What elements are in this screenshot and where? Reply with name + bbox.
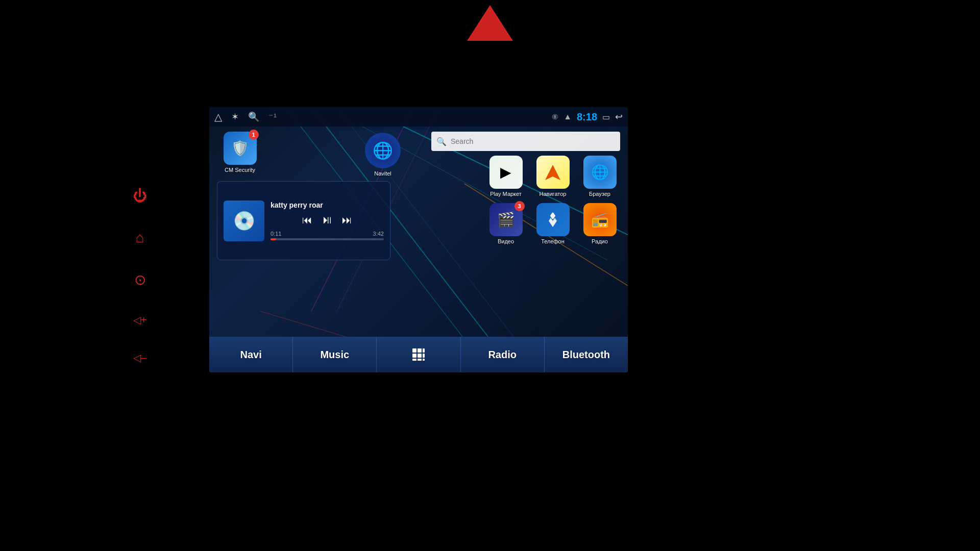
player-info: katty perry roar ⏮ ⏯ ⏭ 0:11 3:42 bbox=[271, 201, 384, 240]
status-bar-left: △ ✶ 🔍 ⁻¹ bbox=[214, 111, 552, 123]
play-market-label: Play Маркет bbox=[490, 191, 522, 197]
phone-icon-img bbox=[536, 203, 570, 236]
svg-rect-10 bbox=[412, 348, 416, 353]
browser-label: Браузер bbox=[589, 191, 610, 197]
play-market-icon-img: ▶ bbox=[489, 156, 523, 189]
bluetooth-status-icon: ⑧ bbox=[552, 113, 558, 121]
music-player: 💿 katty perry roar ⏮ ⏯ ⏭ 0:11 3:42 bbox=[217, 181, 390, 260]
left-hardware-controls: ⏻ ⌂ ⊙ ◁+ ◁– bbox=[133, 187, 147, 364]
total-time: 3:42 bbox=[373, 231, 384, 237]
apps-nav-button[interactable] bbox=[377, 337, 460, 372]
vol-up-button[interactable]: ◁+ bbox=[133, 314, 147, 326]
progress-bar-fill bbox=[271, 238, 276, 240]
progress-times: 0:11 3:42 bbox=[271, 231, 384, 237]
wifi-icon: ▲ bbox=[564, 112, 572, 121]
window-icon[interactable]: ▭ bbox=[602, 112, 610, 122]
video-badge: 3 bbox=[514, 201, 525, 211]
app-right-grid: ▶ Play Маркет Навигатор 🌐 Браузер bbox=[485, 156, 620, 244]
svg-rect-15 bbox=[423, 354, 425, 358]
prev-button[interactable]: ⏮ bbox=[302, 214, 312, 226]
video-label: Видео bbox=[498, 238, 514, 244]
svg-rect-16 bbox=[412, 359, 416, 361]
status-bar: △ ✶ 🔍 ⁻¹ ⑧ ▲ 8:18 ▭ ↩ bbox=[209, 107, 628, 127]
bottom-nav-bar: Navi Music Radio Bluetooth bbox=[209, 337, 628, 372]
song-title: katty perry roar bbox=[271, 201, 384, 209]
back-icon[interactable]: ↩ bbox=[615, 111, 623, 122]
navitel-label: Navitel bbox=[374, 170, 391, 177]
phone-label: Телефон bbox=[541, 238, 565, 244]
player-controls: ⏮ ⏯ ⏭ bbox=[271, 213, 384, 227]
svg-rect-17 bbox=[418, 359, 422, 361]
app-cm-security[interactable]: 🛡️ 1 CM Security bbox=[219, 132, 260, 173]
svg-rect-12 bbox=[423, 348, 425, 353]
svg-rect-13 bbox=[412, 354, 416, 358]
app-phone[interactable]: Телефон bbox=[532, 203, 573, 244]
clock-display: 8:18 bbox=[577, 111, 597, 123]
app-video[interactable]: 🎬 3 Видео bbox=[485, 203, 526, 244]
app-navigator[interactable]: Навигатор bbox=[532, 156, 573, 197]
brightness-icon[interactable]: ✶ bbox=[231, 111, 239, 122]
player-progress: 0:11 3:42 bbox=[271, 231, 384, 240]
cm-security-label: CM Security bbox=[225, 167, 255, 173]
search-input[interactable] bbox=[451, 137, 615, 145]
app-play-market[interactable]: ▶ Play Маркет bbox=[485, 156, 526, 197]
app-icon[interactable]: ⁻¹ bbox=[268, 111, 277, 122]
search-icon[interactable]: 🔍 bbox=[248, 111, 259, 122]
home-icon[interactable]: △ bbox=[214, 111, 222, 123]
app-browser[interactable]: 🌐 Браузер bbox=[579, 156, 620, 197]
app-navitel[interactable]: 🌐 Navitel bbox=[362, 133, 403, 177]
svg-rect-14 bbox=[418, 354, 422, 358]
search-bar[interactable]: 🔍 bbox=[431, 132, 620, 151]
video-icon-img: 🎬 3 bbox=[489, 203, 523, 236]
vol-down-button[interactable]: ◁– bbox=[133, 352, 146, 364]
progress-bar-container[interactable] bbox=[271, 238, 384, 240]
play-pause-button[interactable]: ⏯ bbox=[322, 213, 333, 227]
cm-security-icon-img: 🛡️ 1 bbox=[224, 132, 257, 165]
brand-button[interactable]: ⊙ bbox=[134, 271, 146, 288]
album-art: 💿 bbox=[224, 201, 264, 241]
cm-security-badge: 1 bbox=[249, 130, 259, 140]
main-screen: △ ✶ 🔍 ⁻¹ ⑧ ▲ 8:18 ▭ ↩ 🔍 🛡 bbox=[209, 107, 628, 372]
grid-icon bbox=[411, 347, 426, 362]
navi-nav-button[interactable]: Navi bbox=[209, 337, 293, 372]
navitel-icon-img: 🌐 bbox=[365, 133, 401, 168]
app-radio[interactable]: 📻 Радио bbox=[579, 203, 620, 244]
next-button[interactable]: ⏭ bbox=[342, 214, 352, 226]
search-bar-icon: 🔍 bbox=[436, 137, 447, 146]
browser-icon-img: 🌐 bbox=[583, 156, 617, 189]
bluetooth-nav-button[interactable]: Bluetooth bbox=[545, 337, 628, 372]
status-bar-right: ⑧ ▲ 8:18 ▭ ↩ bbox=[552, 111, 623, 123]
radio-label: Радио bbox=[592, 238, 608, 244]
navigator-icon-img bbox=[536, 156, 570, 189]
svg-rect-18 bbox=[423, 359, 425, 361]
radio-icon-img: 📻 bbox=[583, 203, 617, 236]
top-triangle-indicator bbox=[467, 5, 513, 41]
radio-nav-button[interactable]: Radio bbox=[461, 337, 545, 372]
svg-marker-9 bbox=[545, 165, 560, 180]
outer-frame: ⏻ ⌂ ⊙ ◁+ ◁– bbox=[0, 0, 980, 551]
navigator-label: Навигатор bbox=[540, 191, 567, 197]
svg-rect-11 bbox=[418, 348, 422, 353]
music-nav-button[interactable]: Music bbox=[293, 337, 377, 372]
current-time: 0:11 bbox=[271, 231, 281, 237]
home-hw-button[interactable]: ⌂ bbox=[136, 230, 144, 246]
power-button[interactable]: ⏻ bbox=[133, 187, 147, 204]
